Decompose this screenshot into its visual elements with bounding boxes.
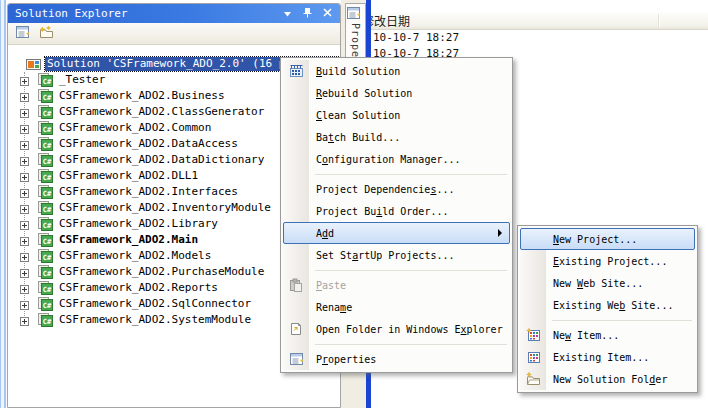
menu-item-label: Paste bbox=[309, 280, 346, 291]
menu-item-paste: Paste bbox=[283, 274, 510, 296]
column-separator[interactable] bbox=[658, 14, 660, 27]
menu-item-label: Batch Build... bbox=[309, 132, 400, 143]
menu-item-new-project[interactable]: New Project... bbox=[520, 228, 695, 250]
expander-plus-icon[interactable] bbox=[20, 268, 29, 277]
expander-plus-icon[interactable] bbox=[20, 92, 29, 101]
properties-window-icon bbox=[346, 6, 361, 20]
menu-separator bbox=[283, 340, 510, 348]
menu-item-batch-build[interactable]: Batch Build... bbox=[283, 126, 510, 148]
open-folder-icon bbox=[283, 322, 309, 336]
window-position-button[interactable] bbox=[281, 8, 293, 20]
svg-text:C#: C# bbox=[43, 318, 52, 326]
csharp-project-icon: C# bbox=[37, 217, 53, 231]
file-list-row[interactable]: 10-10-7 18:27 bbox=[371, 30, 571, 46]
expander-plus-icon[interactable] bbox=[20, 252, 29, 261]
solution-context-menu: Build SolutionRebuild SolutionClean Solu… bbox=[280, 57, 513, 373]
csharp-project-icon: C# bbox=[37, 313, 53, 327]
menu-item-label: Existing Web Site... bbox=[546, 300, 673, 311]
tree-item-label: CSFramework_ADO2.Business bbox=[57, 89, 227, 103]
menu-separator bbox=[283, 266, 510, 274]
tree-item-label: CSFramework_ADO2.Models bbox=[57, 249, 213, 263]
properties-window-icon bbox=[15, 25, 30, 42]
menu-separator bbox=[520, 316, 695, 324]
tree-item-label: CSFramework_ADO2.PurchaseModule bbox=[57, 265, 266, 279]
build-icon bbox=[283, 64, 309, 78]
expander-plus-icon[interactable] bbox=[20, 108, 29, 117]
menu-item-configuration-manager[interactable]: Configuration Manager... bbox=[283, 148, 510, 170]
expander-plus-icon[interactable] bbox=[20, 236, 29, 245]
expander-plus-icon[interactable] bbox=[20, 172, 29, 181]
expander-plus-icon[interactable] bbox=[20, 156, 29, 165]
svg-text:C#: C# bbox=[43, 206, 52, 214]
csharp-project-icon: C# bbox=[37, 105, 53, 119]
column-header-date-modified[interactable]: 修改日期 bbox=[371, 12, 708, 30]
menu-item-label: Open Folder in Windows Explorer bbox=[309, 324, 503, 335]
tree-item-label: CSFramework_ADO2.DLL1 bbox=[57, 169, 200, 183]
expander-plus-icon[interactable] bbox=[20, 316, 29, 325]
menu-item-existing-item[interactable]: Existing Item... bbox=[520, 346, 695, 368]
menu-item-build-solution[interactable]: Build Solution bbox=[283, 60, 510, 82]
menu-item-label: Clean Solution bbox=[309, 110, 400, 121]
menu-item-new-solution-folder[interactable]: New Solution Folder bbox=[520, 368, 695, 390]
new-item-icon bbox=[520, 328, 546, 342]
menu-item-existing-web-site[interactable]: Existing Web Site... bbox=[520, 294, 695, 316]
csharp-project-icon: C# bbox=[37, 153, 53, 167]
panel-title: Solution Explorer bbox=[15, 7, 281, 20]
expander-plus-icon[interactable] bbox=[20, 140, 29, 149]
menu-separator bbox=[283, 170, 510, 178]
svg-text:C#: C# bbox=[43, 94, 52, 102]
expander-plus-icon[interactable] bbox=[20, 124, 29, 133]
csharp-project-icon: C# bbox=[37, 233, 53, 247]
menu-item-new-item[interactable]: New Item... bbox=[520, 324, 695, 346]
solution-explorer-titlebar[interactable]: Solution Explorer bbox=[8, 4, 340, 23]
tree-item-label: CSFramework_ADO2.Common bbox=[57, 121, 213, 135]
menu-item-new-web-site[interactable]: New Web Site... bbox=[520, 272, 695, 294]
menu-item-rename[interactable]: Rename bbox=[283, 296, 510, 318]
tree-item-label: CSFramework_ADO2.DataDictionary bbox=[57, 153, 266, 167]
svg-text:C#: C# bbox=[43, 190, 52, 198]
menu-item-label: Existing Item... bbox=[546, 352, 649, 363]
menu-item-properties[interactable]: Properties bbox=[283, 348, 510, 370]
tree-item-label: CSFramework_ADO2.Reports bbox=[57, 281, 220, 295]
properties-window-icon bbox=[283, 352, 309, 366]
menu-item-label: Build Solution bbox=[309, 66, 400, 77]
tree-item-label: CSFramework_ADO2.DataAccess bbox=[57, 137, 240, 151]
svg-text:C#: C# bbox=[43, 302, 52, 310]
expander-plus-icon[interactable] bbox=[20, 204, 29, 213]
csharp-project-icon: C# bbox=[37, 265, 53, 279]
new-solution-folder-icon bbox=[520, 372, 546, 386]
tree-item-label: CSFramework_ADO2.Interfaces bbox=[57, 185, 240, 199]
menu-item-rebuild-solution[interactable]: Rebuild Solution bbox=[283, 82, 510, 104]
close-icon bbox=[323, 7, 332, 20]
properties-button[interactable] bbox=[13, 25, 31, 43]
close-button[interactable] bbox=[321, 8, 333, 20]
tree-item-label: CSFramework_ADO2.SqlConnector bbox=[57, 297, 253, 311]
menu-item-label: Existing Project... bbox=[546, 256, 667, 267]
menu-item-add[interactable]: Add bbox=[283, 222, 510, 244]
chevron-down-icon bbox=[283, 7, 292, 20]
svg-text:C#: C# bbox=[43, 126, 52, 134]
expander-plus-icon[interactable] bbox=[20, 300, 29, 309]
expander-plus-icon[interactable] bbox=[20, 220, 29, 229]
show-all-files-button[interactable] bbox=[37, 25, 55, 43]
menu-item-label: Add bbox=[309, 228, 334, 239]
ide-left-edge bbox=[0, 0, 7, 408]
menu-item-open-folder-in-windows-explorer[interactable]: Open Folder in Windows Explorer bbox=[283, 318, 510, 340]
submenu-arrow-icon bbox=[498, 229, 502, 237]
expander-plus-icon[interactable] bbox=[20, 188, 29, 197]
menu-item-existing-project[interactable]: Existing Project... bbox=[520, 250, 695, 272]
menu-item-project-build-order[interactable]: Project Build Order... bbox=[283, 200, 510, 222]
csharp-project-icon: C# bbox=[37, 169, 53, 183]
menu-item-project-dependencies[interactable]: Project Dependencies... bbox=[283, 178, 510, 200]
menu-item-clean-solution[interactable]: Clean Solution bbox=[283, 104, 510, 126]
csharp-project-icon: C# bbox=[37, 249, 53, 263]
expander-plus-icon[interactable] bbox=[20, 284, 29, 293]
expander-plus-icon[interactable] bbox=[20, 76, 29, 85]
menu-item-label: Project Build Order... bbox=[309, 206, 448, 217]
menu-item-set-startup-projects[interactable]: Set StartUp Projects... bbox=[283, 244, 510, 266]
csharp-project-icon: C# bbox=[37, 73, 53, 87]
svg-text:C#: C# bbox=[43, 174, 52, 182]
csharp-project-icon: C# bbox=[37, 297, 53, 311]
auto-hide-button[interactable] bbox=[301, 8, 313, 20]
solution-explorer-toolbar bbox=[8, 23, 340, 45]
